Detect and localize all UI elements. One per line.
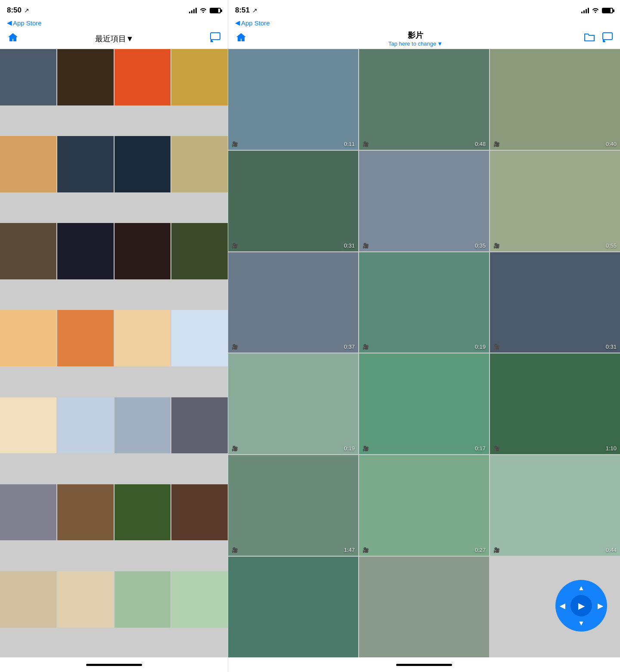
photo-cell[interactable]: [57, 571, 114, 628]
photo-cell[interactable]: [171, 571, 228, 628]
ctrl-left-arrow[interactable]: ◀: [560, 602, 565, 610]
right-nav-title-block[interactable]: 影片 Tap here to change ▼: [388, 30, 443, 47]
video-camera-icon: 🎥: [232, 446, 238, 452]
video-duration: 0:37: [344, 344, 355, 350]
left-nav-bar: 最近項目▼: [0, 28, 228, 49]
video-duration: 0:19: [344, 445, 355, 452]
photo-cell[interactable]: [0, 310, 56, 366]
video-cell[interactable]: 🎥0:11: [228, 49, 358, 150]
video-camera-icon: 🎥: [232, 141, 238, 147]
video-cell[interactable]: 🎥0:48: [359, 49, 489, 150]
right-folder-icon[interactable]: [584, 32, 595, 45]
photo-cell[interactable]: [57, 49, 114, 105]
right-wifi-icon: [592, 7, 599, 14]
photo-cell[interactable]: [115, 136, 171, 192]
photo-cell[interactable]: [57, 310, 114, 366]
right-video-area: 🎥0:11🎥0:48🎥0:40🎥0:31🎥0:35🎥0:55🎥0:37🎥0:19…: [228, 49, 620, 657]
video-cell[interactable]: 🎥0:37: [228, 252, 358, 353]
photo-cell[interactable]: [0, 397, 56, 454]
left-nav-title: 最近項目▼: [95, 34, 134, 44]
left-home-icon[interactable]: [7, 31, 19, 46]
video-duration: 0:40: [606, 141, 617, 147]
right-cast-icon[interactable]: [602, 32, 613, 45]
left-status-bar: 8:50 ↗: [0, 0, 228, 19]
video-cell[interactable]: 🎥1:47: [228, 455, 358, 556]
right-status-icons: [581, 7, 613, 14]
control-ring[interactable]: ▲ ▼ ◀ ▶ ▶: [555, 580, 607, 632]
photo-cell[interactable]: [57, 397, 114, 454]
ctrl-up-arrow[interactable]: ▲: [578, 584, 585, 592]
photo-cell[interactable]: [115, 223, 171, 279]
left-status-icons: [189, 7, 221, 14]
left-location-icon: ↗: [24, 7, 29, 14]
photo-cell[interactable]: [115, 49, 171, 105]
video-cell[interactable]: [359, 557, 489, 657]
photo-cell[interactable]: [171, 484, 228, 541]
right-nav-sub-title: Tap here to change ▼: [388, 40, 443, 47]
video-duration: 0:44: [606, 547, 617, 553]
video-grid: 🎥0:11🎥0:48🎥0:40🎥0:31🎥0:35🎥0:55🎥0:37🎥0:19…: [228, 49, 620, 657]
left-signal-bars: [189, 7, 197, 13]
video-cell[interactable]: 🎥0:35: [359, 151, 489, 251]
right-home-indicator: [396, 664, 452, 666]
video-cell[interactable]: 🎥0:17: [359, 353, 489, 454]
video-cell[interactable]: 🎥0:31: [490, 252, 620, 353]
floating-control[interactable]: ▲ ▼ ◀ ▶ ▶: [555, 580, 607, 632]
photo-cell[interactable]: [115, 397, 171, 454]
photo-cell[interactable]: [0, 484, 56, 541]
video-cell[interactable]: 🎥0:19: [359, 252, 489, 353]
video-camera-icon: 🎥: [493, 141, 500, 147]
ctrl-play-button[interactable]: ▶: [570, 595, 592, 616]
right-panel: 8:51 ↗ ◀ App Store 影片: [228, 0, 620, 672]
right-nav-back[interactable]: ◀ App Store: [228, 19, 620, 28]
video-duration: 0:19: [475, 344, 486, 350]
left-time: 8:50: [7, 6, 22, 15]
photo-cell[interactable]: [171, 49, 228, 105]
video-cell[interactable]: 🎥0:27: [359, 455, 489, 556]
photo-cell[interactable]: [171, 397, 228, 454]
photo-cell[interactable]: [115, 310, 171, 366]
photo-cell[interactable]: [115, 484, 171, 541]
left-nav-back[interactable]: ◀ App Store: [0, 19, 228, 28]
photo-cell[interactable]: [57, 223, 114, 279]
video-camera-icon: 🎥: [493, 344, 500, 350]
photo-grid: [0, 49, 228, 657]
photo-cell[interactable]: [0, 49, 56, 105]
video-camera-icon: 🎥: [493, 446, 500, 452]
video-duration: 0:27: [475, 547, 486, 553]
photo-cell[interactable]: [171, 310, 228, 366]
video-cell[interactable]: 🎥0:55: [490, 151, 620, 251]
photo-cell[interactable]: [0, 223, 56, 279]
left-cast-icon[interactable]: [210, 32, 221, 45]
video-camera-icon: 🎥: [232, 344, 238, 350]
video-camera-icon: 🎥: [232, 243, 238, 249]
photo-cell[interactable]: [171, 223, 228, 279]
video-cell[interactable]: 🎥0:31: [228, 151, 358, 251]
photo-cell[interactable]: [115, 571, 171, 628]
video-camera-icon: 🎥: [363, 141, 369, 147]
left-bottom-bar: [0, 657, 228, 672]
video-cell[interactable]: 🎥1:10: [490, 353, 620, 454]
video-cell[interactable]: [228, 557, 358, 657]
video-cell[interactable]: 🎥0:19: [228, 353, 358, 454]
photo-cell[interactable]: [0, 571, 56, 628]
video-duration: 0:35: [475, 242, 486, 249]
video-cell[interactable]: 🎥0:44: [490, 455, 620, 556]
photo-cell[interactable]: [0, 136, 56, 192]
photo-cell[interactable]: [57, 136, 114, 192]
left-battery-icon: [210, 8, 221, 13]
video-camera-icon: 🎥: [363, 243, 369, 249]
right-nav-main-title: 影片: [408, 30, 423, 40]
right-battery-icon: [602, 8, 613, 13]
photo-cell[interactable]: [57, 484, 114, 541]
photo-cell[interactable]: [171, 136, 228, 192]
right-time: 8:51: [235, 6, 250, 15]
video-duration: 0:31: [606, 344, 617, 350]
right-home-icon[interactable]: [235, 31, 247, 46]
ctrl-right-arrow[interactable]: ▶: [598, 602, 603, 610]
video-cell[interactable]: 🎥0:40: [490, 49, 620, 150]
video-camera-icon: 🎥: [493, 243, 500, 249]
ctrl-down-arrow[interactable]: ▼: [578, 619, 585, 627]
left-panel: 8:50 ↗ ◀ App Store 最近項目▼: [0, 0, 228, 672]
video-duration: 1:47: [344, 547, 355, 553]
